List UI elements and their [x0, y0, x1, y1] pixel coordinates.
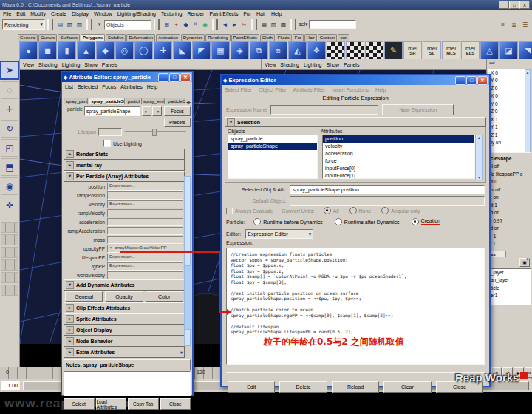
snap-point-icon[interactable]: ◆ — [181, 20, 191, 30]
ppa-field-value[interactable]: Expression... — [107, 183, 183, 191]
ee-menu-item[interactable]: Select Filter — [225, 87, 252, 92]
make-live-icon[interactable]: ◉ — [200, 20, 210, 30]
node-name-field[interactable]: spray_particleShape — [84, 106, 140, 116]
poly-torus-icon[interactable]: ◎ — [115, 41, 134, 60]
section-add-dynamic[interactable]: ▾Add Dynamic Attributes — [64, 279, 185, 291]
universal-manipulator-tool[interactable]: ⬒ — [1, 158, 18, 176]
panel-menu-item[interactable]: View — [23, 62, 34, 67]
section-extra-attributes[interactable]: ▸Extra Attributes ▾ — [64, 347, 185, 358]
attribute-list-item[interactable]: force — [323, 157, 474, 165]
ee-menu-item[interactable]: Object Filter — [259, 87, 287, 92]
ee-close-button[interactable]: ✕ — [477, 76, 488, 85]
object-list-item[interactable]: spray_particle — [228, 135, 317, 143]
focus-button[interactable]: Focus — [164, 106, 191, 116]
ee-bottom-button[interactable]: Edit — [228, 381, 275, 393]
ae-menu-item[interactable]: List — [65, 84, 73, 89]
open-scene-icon[interactable]: ▧ — [65, 20, 75, 30]
ipr-render-icon[interactable]: ▨ — [269, 20, 279, 30]
ae-minimize-button[interactable]: – — [158, 73, 168, 82]
menu-item[interactable]: Window — [94, 11, 112, 16]
shape-attr-row[interactable]: t -1 — [487, 233, 532, 241]
shelf-tab[interactable]: Fur — [293, 34, 304, 41]
ee-menu-item[interactable]: Insert Functions — [332, 87, 369, 92]
shelf-tab[interactable]: Cloth — [260, 34, 275, 41]
panel-menu-item[interactable]: Show — [326, 62, 339, 67]
ee-bottom-button[interactable]: Clear — [383, 381, 431, 393]
menu-item[interactable]: Display — [72, 11, 89, 16]
layers-tab-fragment[interactable]: ss — [488, 251, 506, 257]
shape-attr-row[interactable]: el off — [487, 163, 532, 171]
section-sprite[interactable]: ▸Sprite Attributes — [64, 313, 185, 325]
snap-grid-icon[interactable]: ⊞ — [162, 20, 171, 30]
shelf-tab[interactable]: General — [18, 34, 38, 41]
ppa-field-value[interactable] — [107, 227, 183, 235]
shape-attr-row[interactable]: ld on — [487, 209, 532, 217]
particle-mode-radio[interactable]: Runtime before Dynamics — [253, 218, 323, 225]
layout-persp-graph[interactable] — [1, 259, 18, 271]
expression-code-area[interactable]: //creation expression floats particlesve… — [226, 248, 485, 365]
shelf-tab[interactable]: Hair — [304, 34, 317, 41]
ae-bottom-button[interactable]: Select — [64, 398, 95, 410]
layout-four-pane[interactable] — [1, 234, 18, 245]
shelf-tab[interactable]: Surfaces — [58, 34, 80, 41]
list-history-icon[interactable]: ⇤ — [142, 106, 151, 116]
layout-single-pane[interactable] — [1, 222, 18, 233]
main-maximize-button[interactable]: □ — [509, 1, 519, 9]
particle-mode-radio[interactable]: Runtime after Dynamics — [335, 218, 400, 225]
panel-menu-item[interactable]: Panels — [102, 62, 117, 67]
append-polygon-icon[interactable]: ◤ — [192, 41, 211, 60]
ui-toggle-tool-icon[interactable]: ☰ — [520, 20, 530, 30]
ae-bottom-button[interactable]: Load Attributes — [96, 398, 127, 410]
shape-attr-row[interactable]: e on — [487, 194, 532, 202]
ee-maximize-button[interactable]: □ — [466, 76, 477, 85]
batch-render-icon[interactable] — [327, 41, 345, 60]
shape-attr-row[interactable]: m 0 — [487, 178, 532, 186]
render-view-icon[interactable] — [346, 41, 364, 60]
attribute-list-item[interactable]: acceleration — [323, 150, 474, 157]
ppa-field-value[interactable] — [107, 236, 183, 244]
menu-item[interactable]: Lighting/Shading — [117, 11, 156, 16]
script-editor-icon[interactable]: ✎ — [384, 41, 403, 60]
ae-node-tab[interactable]: particle — [126, 98, 140, 104]
soft-mod-tool[interactable]: ◉ — [1, 177, 18, 195]
shelf-tab[interactable]: Subdivs — [106, 34, 126, 41]
poly-sphere-icon[interactable]: ● — [19, 41, 38, 60]
shelf-tab[interactable]: Dynamics — [181, 34, 205, 41]
extrude-face-icon[interactable]: ◣ — [173, 41, 191, 60]
ee-bottom-button[interactable]: Reload — [332, 381, 379, 393]
selected-attr-field[interactable]: spray_particleShape.position — [290, 185, 485, 194]
combine-icon[interactable]: ⧈ — [269, 41, 287, 60]
attribute-editor-titlebar[interactable]: ◈ Attribute Editor: spray_particle – □ ✕ — [62, 72, 192, 82]
ppa-field-value[interactable] — [107, 218, 183, 226]
ee-minimize-button[interactable]: – — [455, 76, 466, 85]
ipr-shelf-icon[interactable] — [365, 41, 383, 60]
attribute-list-item[interactable]: inputForce[1] — [323, 172, 474, 179]
layer-row[interactable]: an_layer — [488, 276, 531, 285]
ae-menu-item[interactable]: Focus — [102, 84, 116, 89]
attribute-list-item[interactable]: velocity — [323, 143, 474, 150]
notes-header[interactable]: Notes: spray_particleShape — [64, 359, 191, 370]
ui-toggle-attr-icon[interactable]: ≡ — [498, 20, 508, 30]
menu-item[interactable]: Texturing — [161, 11, 182, 16]
ae-menu-item[interactable]: Selected — [78, 84, 98, 89]
scale-tool[interactable]: ◰ — [1, 139, 18, 157]
mel-script-els-icon[interactable]: melELS — [461, 41, 480, 60]
section-mental-ray[interactable]: ▸mental ray — [64, 160, 185, 171]
main-close-button[interactable]: X — [519, 1, 530, 9]
shelf-tab[interactable]: Fluids — [276, 34, 292, 41]
presets-button[interactable]: Presets — [164, 118, 191, 127]
layout-persp-outliner[interactable] — [1, 247, 18, 258]
notes-area[interactable] — [64, 371, 191, 396]
move-tool[interactable]: ✛ — [1, 101, 18, 118]
expression-editor-titlebar[interactable]: ◈ Expression Editor – □ ✕ — [222, 75, 489, 85]
poly-cube-icon[interactable]: ◼ — [38, 41, 57, 60]
add-attribute-button[interactable]: Opacity — [105, 291, 143, 302]
use-lighting-checkbox[interactable] — [103, 140, 111, 147]
add-attribute-button[interactable]: General — [65, 291, 103, 302]
mel-script-sl-icon[interactable]: melSL — [423, 41, 441, 60]
select-hierarchy-icon[interactable]: ▼ — [95, 20, 104, 30]
editor-dropdown[interactable]: Expression Editor▾ — [245, 229, 313, 239]
section-clip-effects[interactable]: ▸Clip Effects Attributes — [64, 302, 185, 313]
ppa-field-value[interactable] — [107, 271, 183, 279]
wedge-face-icon[interactable]: ◭ — [288, 41, 307, 60]
